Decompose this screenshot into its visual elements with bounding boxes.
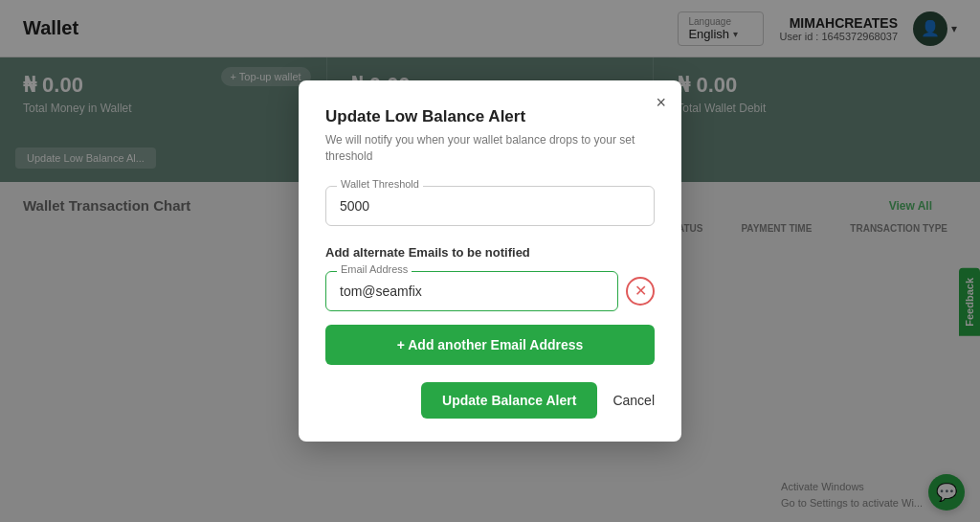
email-remove-button[interactable]: ✕ xyxy=(626,277,655,306)
email-section-label: Add alternate Emails to be notified xyxy=(325,245,655,260)
update-balance-alert-button[interactable]: Update Balance Alert xyxy=(421,382,597,419)
modal-footer: Update Balance Alert Cancel xyxy=(325,382,655,419)
email-input-row: Email Address ✕ xyxy=(325,271,655,311)
email-input[interactable] xyxy=(325,271,618,311)
modal-overlay: × Update Low Balance Alert We will notif… xyxy=(0,0,980,522)
modal-close-button[interactable]: × xyxy=(656,94,666,111)
threshold-input-group: Wallet Threshold xyxy=(325,186,655,226)
threshold-input[interactable] xyxy=(325,186,655,226)
modal-dialog: × Update Low Balance Alert We will notif… xyxy=(299,80,681,442)
email-input-wrapper: Email Address xyxy=(325,271,618,311)
cancel-button[interactable]: Cancel xyxy=(612,393,655,408)
modal-subtitle: We will notify you when your wallet bala… xyxy=(325,132,655,165)
email-label: Email Address xyxy=(337,263,412,275)
modal-title: Update Low Balance Alert xyxy=(325,107,655,126)
add-email-button[interactable]: + Add another Email Address xyxy=(325,325,655,365)
threshold-label: Wallet Threshold xyxy=(337,178,423,190)
